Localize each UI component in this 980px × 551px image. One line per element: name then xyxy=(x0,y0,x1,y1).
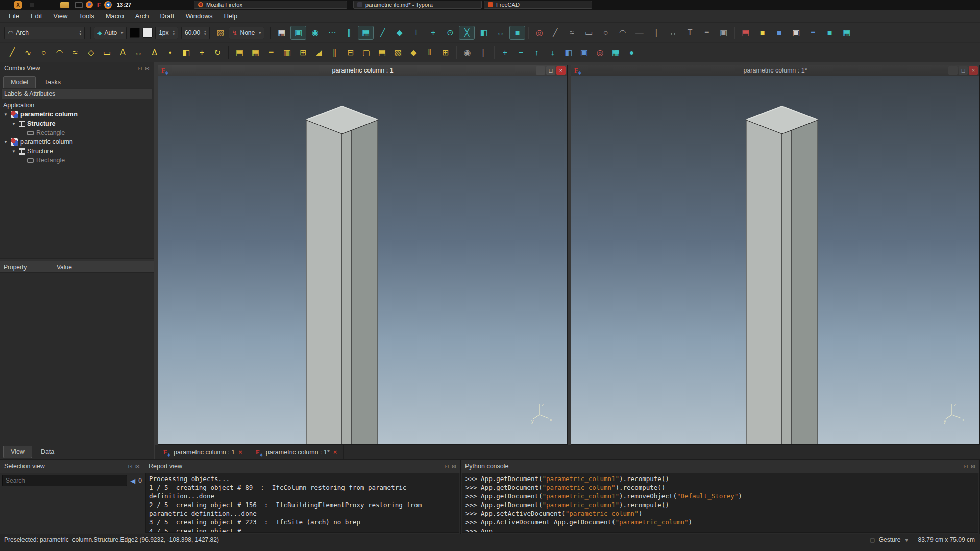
menu-edit[interactable]: Edit xyxy=(25,11,47,21)
expander-icon[interactable]: ▼ xyxy=(3,112,8,117)
line-color-swatch[interactable] xyxy=(130,28,140,38)
expander-icon[interactable]: ▼ xyxy=(11,122,16,126)
annot-rectangle-icon[interactable]: ▭ xyxy=(581,26,597,40)
draft-polyline-icon[interactable]: ∿ xyxy=(20,45,36,60)
draft-point-icon[interactable]: • xyxy=(162,45,178,60)
annot-text-icon[interactable]: T xyxy=(682,26,698,40)
tree-item-structure[interactable]: ▼Structure xyxy=(0,147,154,156)
arch-axis-tool-icon[interactable]: | xyxy=(475,45,491,60)
draft-circle-icon[interactable]: ○ xyxy=(36,45,52,60)
arch-frame-icon[interactable]: ⊞ xyxy=(437,45,453,60)
search-input[interactable] xyxy=(2,475,127,486)
3d-viewport-1[interactable]: z x y xyxy=(158,76,567,444)
3d-viewport-2[interactable]: z x y xyxy=(571,76,979,444)
arch-structure-icon[interactable]: ▦ xyxy=(248,45,263,60)
arch-material-icon[interactable]: ● xyxy=(624,45,640,60)
snap-master-toggle-icon[interactable]: ■ xyxy=(509,26,525,40)
property-table-body[interactable] xyxy=(0,273,154,446)
draft-bspline-icon[interactable]: ≈ xyxy=(67,45,83,60)
annot-axis-icon[interactable]: | xyxy=(648,26,664,40)
arch-reference-icon[interactable]: ▣ xyxy=(576,45,592,60)
arch-down-icon[interactable]: ↓ xyxy=(545,45,560,60)
ifc-file-icon[interactable]: ▤ xyxy=(738,26,753,40)
close-panel-icon[interactable]: ⊠ xyxy=(971,463,975,470)
menu-arch[interactable]: Arch xyxy=(130,11,155,21)
expander-icon[interactable]: ▼ xyxy=(11,149,16,154)
arch-roof-icon[interactable]: ◢ xyxy=(311,45,327,60)
menu-file[interactable]: File xyxy=(3,11,25,21)
annot-polyline-icon[interactable]: — xyxy=(631,26,647,40)
classification-icon[interactable]: ≡ xyxy=(805,26,821,40)
arch-schedule-icon[interactable]: ▦ xyxy=(608,45,624,60)
annot-arc-icon[interactable]: ◠ xyxy=(615,26,630,40)
snap-midpoint-icon[interactable]: ◆ xyxy=(391,26,407,40)
tab-view[interactable]: View xyxy=(3,446,32,458)
arch-stairs-icon[interactable]: ▤ xyxy=(374,45,390,60)
float-panel-icon[interactable]: ⊡ xyxy=(138,65,142,72)
snap-ortho-icon[interactable]: ╳ xyxy=(459,26,475,40)
freecad-icon[interactable]: F xyxy=(95,1,103,9)
draft-facebinder-icon[interactable]: ◧ xyxy=(178,45,194,60)
snap-extension-icon[interactable]: ◧ xyxy=(476,26,492,40)
snap-grid-icon[interactable]: ▦ xyxy=(358,26,374,40)
apply-style-button[interactable]: ▨ xyxy=(213,26,229,40)
tab-tasks[interactable]: Tasks xyxy=(37,76,68,88)
snap-parallel-icon[interactable]: ∥ xyxy=(341,26,357,40)
clear-search-icon[interactable]: ◀ xyxy=(130,477,135,485)
draft-move-icon[interactable]: + xyxy=(194,45,210,60)
text-scale-combo[interactable]: 60.00 ▴▾ xyxy=(181,27,210,39)
minimize-button[interactable]: – xyxy=(948,66,958,75)
grid-toggle-icon[interactable]: ▦ xyxy=(274,26,289,40)
annot-hatch-icon[interactable]: ≡ xyxy=(699,26,715,40)
snap-lock-icon[interactable]: ▣ xyxy=(290,26,306,40)
face-color-swatch[interactable] xyxy=(142,28,153,38)
taskbar-button-typora[interactable]: parametric ifc.md* - Typora xyxy=(353,1,482,9)
tree-item-rectangle[interactable]: Rectangle xyxy=(0,156,154,165)
column-3d-object[interactable] xyxy=(744,104,825,444)
menu-tools[interactable]: Tools xyxy=(73,11,100,21)
mdi-tab-2[interactable]: F∗parametric column : 1*× xyxy=(249,445,344,459)
part-boxes-icon[interactable]: ▣ xyxy=(788,26,804,40)
taskbar-button-firefox[interactable]: Mozilla Firefox xyxy=(194,1,347,9)
close-tab-icon[interactable]: × xyxy=(238,448,242,456)
close-tab-icon[interactable]: × xyxy=(333,448,337,456)
arch-curtain-wall-icon[interactable]: ▥ xyxy=(279,45,295,60)
close-panel-icon[interactable]: ⊠ xyxy=(135,463,140,470)
snap-endpoint-icon[interactable]: ◉ xyxy=(307,26,323,40)
arch-wall-icon[interactable]: ▤ xyxy=(232,45,248,60)
tree-item-rectangle[interactable]: Rectangle xyxy=(0,128,154,137)
snap-center-icon[interactable]: ⊙ xyxy=(442,26,458,40)
text-scale-spinner[interactable]: ▴▾ xyxy=(204,30,206,36)
draft-dimension-icon[interactable]: ↔ xyxy=(131,45,146,60)
arch-pipe-icon[interactable]: ‖ xyxy=(422,45,437,60)
tree-item-parametric-column[interactable]: ▼parametric column xyxy=(0,110,154,119)
nav-style-selector[interactable]: ▢ Gesture ▼ xyxy=(870,536,909,543)
minimize-button[interactable]: – xyxy=(536,66,545,75)
arch-panel-icon[interactable]: ▧ xyxy=(390,45,406,60)
maximize-button[interactable]: □ xyxy=(959,66,968,75)
tree-item-structure[interactable]: ▼Structure xyxy=(0,119,154,128)
column-3d-object[interactable] xyxy=(304,104,385,444)
autogroup-combo[interactable]: ↯ None ▾ xyxy=(229,27,265,39)
snap-intersection-icon[interactable]: ╱ xyxy=(375,26,390,40)
float-panel-icon[interactable]: ⊡ xyxy=(128,463,133,470)
arch-up-icon[interactable]: ↑ xyxy=(529,45,545,60)
firefox-icon[interactable] xyxy=(86,1,93,8)
report-view-log[interactable]: Processing objects...1 / 5 creating obje… xyxy=(145,473,459,533)
taskbar-button-freecad[interactable]: FreeCAD xyxy=(484,1,592,9)
snap-working-plane-icon[interactable]: + xyxy=(425,26,441,40)
snap-dimensions-icon[interactable]: ↔ xyxy=(493,26,508,40)
draft-rotate-icon[interactable]: ↻ xyxy=(210,45,226,60)
draft-arc-icon[interactable]: ◠ xyxy=(52,45,67,60)
tab-model[interactable]: Model xyxy=(3,76,36,88)
mesh-box-icon[interactable]: ■ xyxy=(822,26,838,40)
line-width-combo[interactable]: 1px ▴▾ xyxy=(155,27,178,39)
draft-text-icon[interactable]: A xyxy=(115,45,131,60)
tab-data[interactable]: Data xyxy=(33,446,62,458)
arch-remove-component-icon[interactable]: − xyxy=(513,45,529,60)
snap-special-icon[interactable]: ⋯ xyxy=(324,26,340,40)
arch-space-icon[interactable]: ▢ xyxy=(358,45,374,60)
folder-icon[interactable] xyxy=(60,2,69,8)
float-panel-icon[interactable]: ⊡ xyxy=(964,463,968,470)
float-panel-icon[interactable]: ⊡ xyxy=(445,463,449,470)
